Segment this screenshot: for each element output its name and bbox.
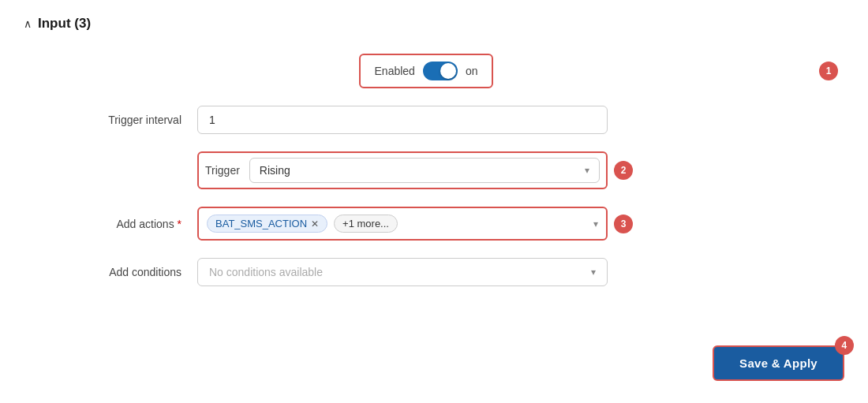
- section-title: Input (3): [38, 16, 91, 32]
- chevron-down-icon: ▾: [585, 165, 589, 176]
- trigger-value: Rising: [260, 164, 290, 177]
- section-header: ∧ Input (3): [24, 16, 844, 32]
- trigger-row: Trigger Rising ▾ 2: [39, 151, 844, 189]
- add-conditions-wrapper: No conditions available ▾: [197, 258, 608, 286]
- trigger-select-box[interactable]: Trigger Rising ▾: [197, 151, 608, 189]
- save-button-wrapper: Save & Apply 4: [713, 345, 844, 381]
- trigger-interval-label: Trigger interval: [39, 114, 197, 126]
- add-actions-row: Add actions BAT_SMS_ACTION ✕ +1 more... …: [39, 207, 844, 241]
- tag-close-icon[interactable]: ✕: [311, 218, 319, 229]
- conditions-placeholder: No conditions available: [209, 266, 323, 278]
- trigger-select-inner[interactable]: Rising ▾: [249, 158, 600, 183]
- action-tag-label: BAT_SMS_ACTION: [215, 218, 307, 229]
- enabled-label: Enabled: [375, 65, 415, 77]
- badge-1: 1: [819, 62, 838, 80]
- add-conditions-label: Add conditions: [39, 266, 197, 278]
- action-tag[interactable]: BAT_SMS_ACTION ✕: [207, 215, 327, 233]
- add-actions-box[interactable]: BAT_SMS_ACTION ✕ +1 more... ▾: [197, 207, 608, 241]
- trigger-interval-row: Trigger interval: [39, 106, 844, 134]
- save-apply-button[interactable]: Save & Apply 4: [713, 345, 844, 381]
- badge-3: 3: [614, 215, 633, 233]
- trigger-interval-input[interactable]: [197, 106, 608, 134]
- actions-box-left: BAT_SMS_ACTION ✕ +1 more...: [207, 215, 398, 233]
- add-actions-wrapper: BAT_SMS_ACTION ✕ +1 more... ▾ 3: [197, 207, 608, 241]
- trigger-label-in-box: Trigger: [205, 164, 249, 177]
- page-container: ∧ Input (3) Enabled on 1 Trigger interva…: [0, 0, 868, 403]
- toggle-switch[interactable]: [423, 62, 458, 80]
- trigger-interval-wrapper: [197, 106, 608, 134]
- badge-4: 4: [835, 336, 854, 355]
- form-body: Enabled on 1 Trigger interval Trigger Ri…: [24, 54, 844, 286]
- add-actions-label: Add actions: [39, 218, 197, 230]
- add-conditions-row: Add conditions No conditions available ▾: [39, 258, 844, 286]
- badge-2: 2: [614, 161, 633, 180]
- conditions-select-box[interactable]: No conditions available ▾: [197, 258, 608, 286]
- chevron-up-icon[interactable]: ∧: [24, 17, 32, 30]
- conditions-chevron-down-icon: ▾: [591, 267, 596, 278]
- actions-chevron-down-icon: ▾: [593, 218, 598, 229]
- enabled-state: on: [466, 65, 478, 77]
- enabled-row: Enabled on 1: [39, 54, 844, 88]
- more-badge: +1 more...: [334, 215, 398, 233]
- trigger-box-wrapper: Trigger Rising ▾ 2: [197, 151, 608, 189]
- enabled-toggle-box[interactable]: Enabled on: [359, 54, 494, 88]
